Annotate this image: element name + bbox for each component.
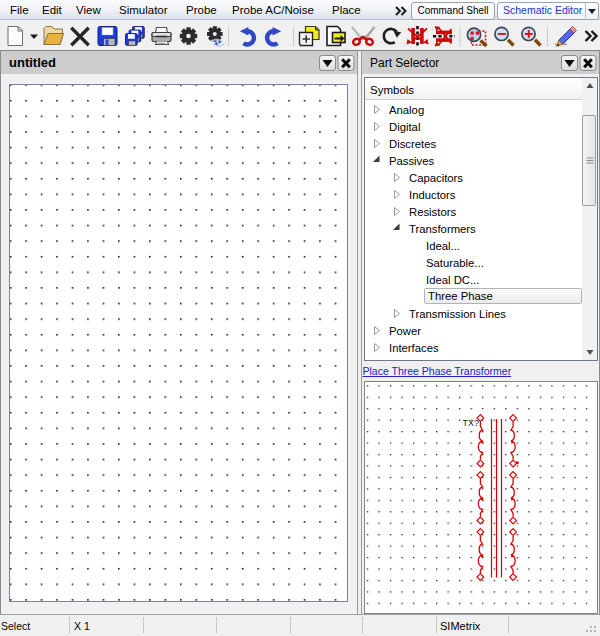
svg-text:TX?: TX? [463,418,480,428]
